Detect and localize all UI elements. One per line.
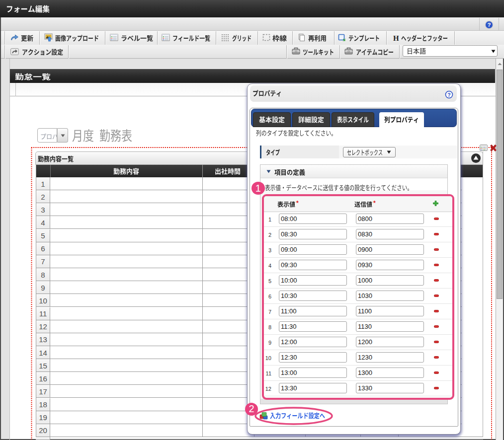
svg-text:?: ? <box>487 22 491 28</box>
svg-text:?: ? <box>447 92 450 98</box>
